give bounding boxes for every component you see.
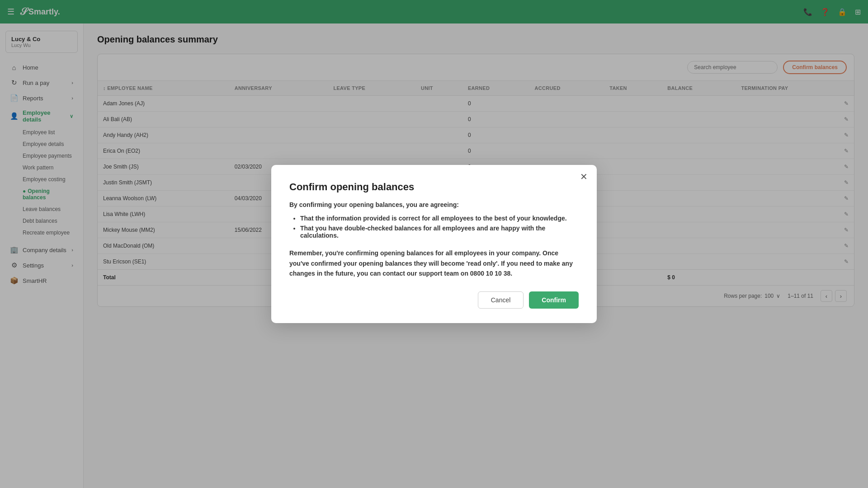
modal-title: Confirm opening balances bbox=[289, 181, 579, 193]
modal-footer: Cancel Confirm bbox=[289, 291, 579, 309]
confirm-modal: ✕ Confirm opening balances By confirming… bbox=[271, 165, 597, 323]
modal-bullet: That the information provided is correct… bbox=[300, 215, 579, 222]
cancel-button[interactable]: Cancel bbox=[478, 291, 524, 309]
modal-overlay[interactable]: ✕ Confirm opening balances By confirming… bbox=[0, 0, 868, 488]
modal-body-text: Remember, you're confirming opening bala… bbox=[289, 248, 579, 278]
modal-bullets: That the information provided is correct… bbox=[289, 215, 579, 239]
modal-close-button[interactable]: ✕ bbox=[580, 172, 588, 181]
confirm-button[interactable]: Confirm bbox=[529, 291, 579, 309]
modal-bullet: That you have double-checked balances fo… bbox=[300, 225, 579, 239]
modal-intro: By confirming your opening balances, you… bbox=[289, 201, 579, 208]
